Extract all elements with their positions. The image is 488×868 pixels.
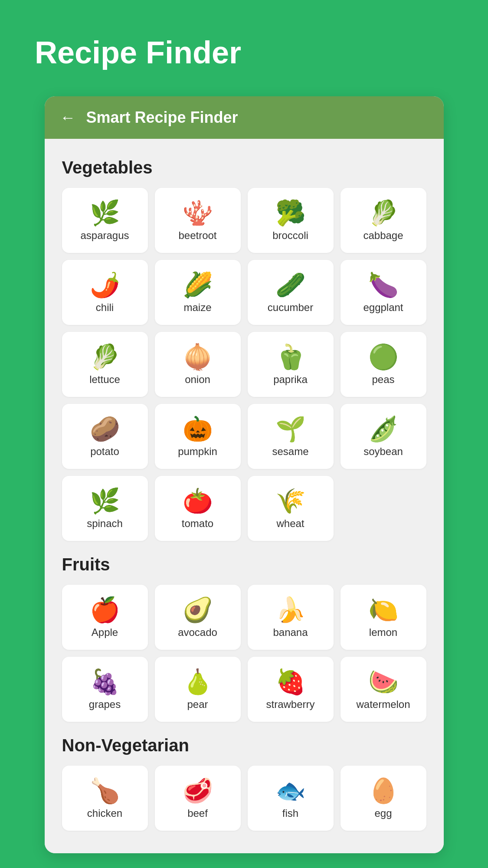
- food-item-beetroot[interactable]: 🪸beetroot: [155, 188, 241, 253]
- food-label-onion: onion: [185, 373, 210, 386]
- food-label-strawberry: strawberry: [266, 698, 314, 711]
- food-emoji-cucumber: 🥒: [275, 273, 306, 297]
- food-emoji-eggplant: 🍆: [368, 273, 399, 297]
- food-emoji-grapes: 🍇: [90, 670, 120, 694]
- food-emoji-pear: 🍐: [183, 670, 213, 694]
- food-emoji-potato: 🥔: [90, 417, 120, 441]
- food-item-grapes[interactable]: 🍇grapes: [62, 657, 148, 722]
- food-emoji-beetroot: 🪸: [183, 201, 213, 225]
- card-title: Smart Recipe Finder: [86, 108, 238, 127]
- food-label-cabbage: cabbage: [363, 229, 403, 242]
- food-label-eggplant: eggplant: [363, 301, 403, 314]
- section-fruits: Fruits🍎Apple🥑avocado🍌banana🍋lemon🍇grapes…: [62, 555, 426, 722]
- food-item-chicken[interactable]: 🍗chicken: [62, 766, 148, 831]
- food-item-paprika[interactable]: 🫑paprika: [248, 332, 334, 397]
- food-label-tomato: tomato: [182, 518, 213, 530]
- food-emoji-egg: 🥚: [368, 779, 399, 803]
- food-emoji-lettuce: 🥬: [90, 345, 120, 369]
- grid-fruits: 🍎Apple🥑avocado🍌banana🍋lemon🍇grapes🍐pear🍓…: [62, 585, 426, 722]
- food-label-spinach: spinach: [87, 518, 123, 530]
- food-emoji-banana: 🍌: [275, 598, 306, 622]
- food-item-egg[interactable]: 🥚egg: [341, 766, 426, 831]
- food-item-onion[interactable]: 🧅onion: [155, 332, 241, 397]
- food-emoji-watermelon: 🍉: [368, 670, 399, 694]
- food-label-pumpkin: pumpkin: [178, 445, 217, 458]
- food-emoji-asparagus: 🌿: [90, 201, 120, 225]
- food-emoji-paprika: 🫑: [275, 345, 306, 369]
- food-label-asparagus: asparagus: [80, 229, 129, 242]
- food-emoji-chili: 🌶️: [90, 273, 120, 297]
- food-item-wheat[interactable]: 🌾wheat: [248, 476, 334, 541]
- food-emoji-maize: 🌽: [183, 273, 213, 297]
- food-item-watermelon[interactable]: 🍉watermelon: [341, 657, 426, 722]
- food-item-cabbage[interactable]: 🥬cabbage: [341, 188, 426, 253]
- food-item-eggplant[interactable]: 🍆eggplant: [341, 260, 426, 325]
- food-item-pear[interactable]: 🍐pear: [155, 657, 241, 722]
- food-label-banana: banana: [273, 626, 308, 639]
- grid-vegetables: 🌿asparagus🪸beetroot🥦broccoli🥬cabbage🌶️ch…: [62, 188, 426, 541]
- food-emoji-cabbage: 🥬: [368, 201, 399, 225]
- food-emoji-pumpkin: 🎃: [183, 417, 213, 441]
- food-emoji-sesame: 🌱: [275, 417, 306, 441]
- food-emoji-broccoli: 🥦: [275, 201, 306, 225]
- food-item-apple[interactable]: 🍎Apple: [62, 585, 148, 650]
- grid-non-vegetarian: 🍗chicken🥩beef🐟fish🥚egg: [62, 766, 426, 831]
- food-emoji-strawberry: 🍓: [275, 670, 306, 694]
- food-label-lettuce: lettuce: [89, 373, 120, 386]
- food-emoji-beef: 🥩: [183, 779, 213, 803]
- food-emoji-onion: 🧅: [183, 345, 213, 369]
- food-emoji-avocado: 🥑: [183, 598, 213, 622]
- food-item-tomato[interactable]: 🍅tomato: [155, 476, 241, 541]
- food-item-spinach[interactable]: 🌿spinach: [62, 476, 148, 541]
- food-emoji-lemon: 🍋: [368, 598, 399, 622]
- food-label-cucumber: cucumber: [268, 301, 313, 314]
- food-item-banana[interactable]: 🍌banana: [248, 585, 334, 650]
- food-emoji-peas: 🟢: [368, 345, 399, 369]
- card-header: ← Smart Recipe Finder: [45, 96, 444, 139]
- food-label-paprika: paprika: [273, 373, 308, 386]
- food-item-lettuce[interactable]: 🥬lettuce: [62, 332, 148, 397]
- food-emoji-tomato: 🍅: [183, 489, 213, 513]
- food-label-fish: fish: [282, 807, 298, 819]
- food-item-strawberry[interactable]: 🍓strawberry: [248, 657, 334, 722]
- back-button[interactable]: ←: [60, 108, 76, 127]
- food-item-soybean[interactable]: 🫛soybean: [341, 404, 426, 469]
- section-title-vegetables: Vegetables: [62, 158, 426, 177]
- food-item-potato[interactable]: 🥔potato: [62, 404, 148, 469]
- food-item-lemon[interactable]: 🍋lemon: [341, 585, 426, 650]
- food-item-peas[interactable]: 🟢peas: [341, 332, 426, 397]
- food-label-lemon: lemon: [369, 626, 397, 639]
- food-item-chili[interactable]: 🌶️chili: [62, 260, 148, 325]
- section-title-fruits: Fruits: [62, 555, 426, 574]
- food-label-potato: potato: [90, 445, 119, 458]
- food-label-watermelon: watermelon: [356, 698, 410, 711]
- page-title: Recipe Finder: [0, 35, 241, 70]
- food-item-maize[interactable]: 🌽maize: [155, 260, 241, 325]
- food-item-avocado[interactable]: 🥑avocado: [155, 585, 241, 650]
- food-emoji-chicken: 🍗: [90, 779, 120, 803]
- section-title-non-vegetarian: Non-Vegetarian: [62, 736, 426, 755]
- food-label-broccoli: broccoli: [272, 229, 308, 242]
- food-label-soybean: soybean: [364, 445, 403, 458]
- food-label-chili: chili: [96, 301, 114, 314]
- food-item-broccoli[interactable]: 🥦broccoli: [248, 188, 334, 253]
- food-label-wheat: wheat: [276, 518, 304, 530]
- food-label-sesame: sesame: [272, 445, 308, 458]
- food-label-peas: peas: [372, 373, 394, 386]
- food-item-cucumber[interactable]: 🥒cucumber: [248, 260, 334, 325]
- food-emoji-apple: 🍎: [90, 598, 120, 622]
- food-label-beetroot: beetroot: [178, 229, 216, 242]
- food-label-apple: Apple: [92, 626, 118, 639]
- food-item-sesame[interactable]: 🌱sesame: [248, 404, 334, 469]
- food-label-egg: egg: [374, 807, 392, 819]
- food-emoji-spinach: 🌿: [90, 489, 120, 513]
- food-label-avocado: avocado: [178, 626, 217, 639]
- food-emoji-fish: 🐟: [275, 779, 306, 803]
- food-label-beef: beef: [187, 807, 208, 819]
- section-non-vegetarian: Non-Vegetarian🍗chicken🥩beef🐟fish🥚egg: [62, 736, 426, 831]
- food-item-asparagus[interactable]: 🌿asparagus: [62, 188, 148, 253]
- food-item-pumpkin[interactable]: 🎃pumpkin: [155, 404, 241, 469]
- food-item-beef[interactable]: 🥩beef: [155, 766, 241, 831]
- food-item-fish[interactable]: 🐟fish: [248, 766, 334, 831]
- food-label-chicken: chicken: [87, 807, 122, 819]
